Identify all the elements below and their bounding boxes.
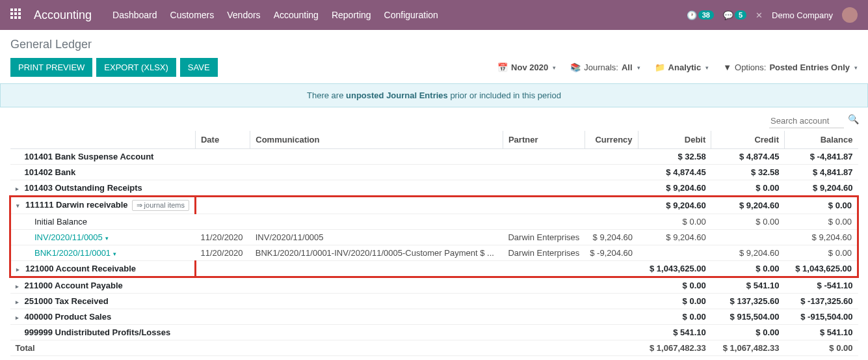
cell-credit: $ 137,325.60	[711, 294, 785, 309]
col-currency[interactable]: Currency	[585, 131, 638, 149]
menu-vendors[interactable]: Vendors	[227, 10, 260, 20]
messages-icon[interactable]: 💬 5	[723, 10, 746, 20]
cell-debit: $ 0.00	[638, 214, 711, 230]
page-title: General Ledger	[10, 38, 858, 51]
cell-debit: $ 1,067,482.33	[638, 340, 711, 356]
account-row[interactable]: ▸400000 Product Sales $ 0.00 $ 915,504.0…	[10, 309, 858, 325]
filter-options-label: Options:	[735, 62, 766, 72]
chevron-down-icon: ▾	[705, 64, 709, 71]
total-row: Total $ 1,067,482.33 $ 1,067,482.33 $ 0.…	[10, 340, 858, 356]
entry-ref-link[interactable]: INV/2020/11/0005▾	[34, 232, 109, 242]
company-name[interactable]: Demo Company	[772, 10, 833, 20]
activity-icon[interactable]: 🕐 38	[687, 10, 714, 20]
journal-entry-row[interactable]: INV/2020/11/0005▾ 11/20/2020 INV/2020/11…	[10, 230, 858, 245]
cell-credit: $ 541.10	[711, 277, 785, 294]
cell-currency: $ 9,204.60	[585, 230, 638, 245]
account-row[interactable]: ▸101403 Outstanding Receipts $ 9,204.60 …	[10, 180, 858, 197]
col-debit[interactable]: Debit	[638, 131, 711, 149]
expand-caret-icon[interactable]: ▸	[16, 186, 22, 192]
cell-balance: $ 4,841.87	[784, 165, 858, 180]
cell-debit	[638, 245, 711, 261]
cell-credit	[711, 230, 785, 245]
entry-ref-link[interactable]: BNK1/2020/11/0001▾	[34, 248, 116, 258]
account-row[interactable]: ▸121000 Account Receivable $ 1,043,625.0…	[10, 261, 858, 277]
unposted-alert[interactable]: There are unposted Journal Entries prior…	[0, 83, 868, 107]
cell-debit: $ 9,204.60	[638, 197, 711, 214]
chevron-down-icon: ▾	[553, 64, 556, 71]
filter-analytic[interactable]: 📁 Analytic ▾	[655, 62, 709, 72]
col-communication[interactable]: Communication	[250, 131, 503, 149]
save-button[interactable]: SAVE	[180, 58, 218, 77]
expand-caret-icon[interactable]: ▸	[16, 283, 22, 290]
clock-icon: 🕐	[687, 10, 697, 20]
apps-icon[interactable]	[10, 8, 23, 21]
avatar[interactable]	[842, 7, 858, 23]
chat-icon: 💬	[723, 10, 733, 20]
filter-options-value: Posted Entries Only	[769, 62, 850, 72]
cell-debit: $ 0.00	[638, 277, 711, 294]
menu-configuration[interactable]: Configuration	[384, 10, 438, 20]
expand-caret-icon[interactable]: ▾	[16, 202, 23, 209]
chevron-down-icon: ▾	[637, 64, 640, 71]
export-xlsx-button[interactable]: EXPORT (XLSX)	[96, 58, 176, 77]
cell-communication: INV/2020/11/0005	[250, 230, 503, 245]
col-credit[interactable]: Credit	[711, 131, 785, 149]
journal-entry-row[interactable]: BNK1/2020/11/0001▾ 11/20/2020 BNK1/2020/…	[10, 245, 858, 261]
expand-caret-icon[interactable]: ▸	[16, 266, 23, 273]
filter-analytic-label: Analytic	[668, 62, 702, 72]
account-row[interactable]: ▸251000 Tax Received $ 0.00 $ 137,325.60…	[10, 294, 858, 309]
account-row[interactable]: ▸211000 Account Payable $ 0.00 $ 541.10 …	[10, 277, 858, 294]
cell-debit: $ 0.00	[638, 309, 711, 325]
journal-items-link[interactable]: ⇒ journal items	[132, 200, 189, 211]
menu-customers[interactable]: Customers	[170, 10, 215, 20]
cell-debit: $ 32.58	[638, 149, 711, 165]
app-brand[interactable]: Accounting	[34, 8, 92, 22]
cell-partner: Darwin Enterprises	[503, 230, 585, 245]
account-row[interactable]: 101402 Bank $ 4,874.45 $ 32.58 $ 4,841.8…	[10, 165, 858, 180]
account-row[interactable]: ▾111111 Darwin receivable⇒ journal items…	[10, 197, 858, 214]
cell-balance: $ 0.00	[784, 340, 858, 356]
search-icon[interactable]: 🔍	[848, 114, 859, 128]
filter-options[interactable]: ▼ Options: Posted Entries Only ▾	[723, 62, 858, 72]
filter-date-value: Nov 2020	[511, 62, 548, 72]
cell-balance: $ 0.00	[784, 197, 858, 214]
menu-accounting[interactable]: Accounting	[274, 10, 319, 20]
print-preview-button[interactable]: PRINT PREVIEW	[10, 58, 92, 77]
account-row[interactable]: 999999 Undistributed Profits/Losses $ 54…	[10, 325, 858, 340]
cell-balance: $ -137,325.60	[784, 294, 858, 309]
cell-credit: $ 915,504.00	[711, 309, 785, 325]
folder-icon: 📁	[655, 62, 665, 72]
menu-dashboard[interactable]: Dashboard	[112, 10, 157, 20]
cell-balance: $ -4,841.87	[784, 149, 858, 165]
cell-credit: $ 0.00	[711, 325, 785, 340]
filter-journals-value: All	[622, 62, 633, 72]
debug-icon[interactable]: ✕	[756, 10, 763, 20]
main-menu: Dashboard Customers Vendors Accounting R…	[112, 10, 438, 20]
col-date[interactable]: Date	[195, 131, 250, 149]
cell-balance: $ 9,204.60	[784, 180, 858, 197]
cell-credit: $ 4,874.45	[711, 149, 785, 165]
cell-balance: $ 1,043,625.00	[784, 261, 858, 277]
cell-balance: $ -915,504.00	[784, 309, 858, 325]
initial-balance-row: Initial Balance $ 0.00 $ 0.00 $ 0.00	[10, 214, 858, 230]
filter-journals[interactable]: 📚 Journals: All ▾	[570, 62, 640, 72]
calendar-icon: 📅	[497, 62, 508, 72]
total-label: Total	[10, 340, 196, 356]
cell-debit: $ 9,204.60	[638, 230, 711, 245]
ledger-table: Date Communication Partner Currency Debi…	[9, 131, 859, 356]
cell-credit: $ 9,204.60	[711, 245, 785, 261]
cell-debit: $ 541.10	[638, 325, 711, 340]
cell-credit: $ 0.00	[711, 180, 785, 197]
col-partner[interactable]: Partner	[503, 131, 585, 149]
col-account	[10, 131, 196, 149]
col-balance[interactable]: Balance	[784, 131, 858, 149]
menu-reporting[interactable]: Reporting	[332, 10, 371, 20]
book-icon: 📚	[570, 62, 581, 72]
search-input[interactable]	[769, 114, 844, 128]
filter-icon: ▼	[723, 62, 731, 72]
filter-date[interactable]: 📅 Nov 2020 ▾	[497, 62, 556, 72]
expand-caret-icon[interactable]: ▸	[16, 299, 22, 305]
expand-caret-icon[interactable]: ▸	[16, 314, 22, 321]
filter-journals-label: Journals:	[584, 62, 618, 72]
account-row[interactable]: 101401 Bank Suspense Account $ 32.58 $ 4…	[10, 149, 858, 165]
